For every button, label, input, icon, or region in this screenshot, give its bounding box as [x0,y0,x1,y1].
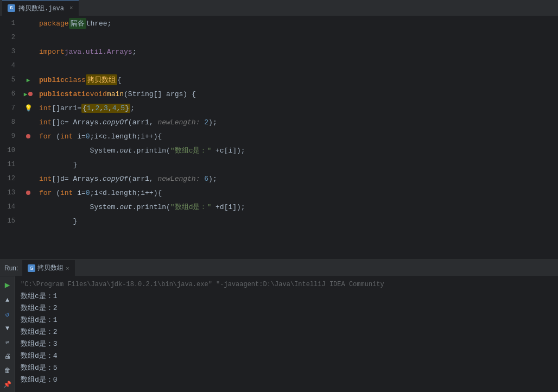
line-icons: ▶ [20,91,37,98]
code-line: int[]arr1={1,2,3,4,5}; [37,101,558,115]
breakpoint-icon[interactable] [26,134,30,138]
run-output-line: 数组d是：3 [21,338,553,350]
run-pin-button[interactable]: 📌 [2,380,13,389]
code-line: import java.util.Arrays; [37,45,558,59]
line-row: 7💡 [0,101,37,115]
line-row: 9 [0,129,37,143]
tab-close-button[interactable]: × [69,5,73,11]
line-row: 8 [0,115,37,129]
run-output-line: 数组d是：1 [21,314,553,326]
code-line: package 隔各three; [37,16,558,30]
tab-icon: G [8,4,15,12]
code-line: } [37,157,558,172]
run-play-button[interactable]: ▶ [2,280,13,290]
run-output-line: 数组c是：1 [21,290,553,302]
line-row: 2 [0,30,37,45]
line-number: 4 [0,62,20,69]
run-tab-close[interactable]: × [66,265,69,271]
code-line: public static void main(String[] args) { [37,87,558,101]
line-number: 13 [0,189,20,197]
code-line: public class 拷贝数组 { [37,73,558,87]
line-row: 1 [0,16,37,30]
line-row: 10 [0,143,37,157]
line-icons [20,191,37,195]
tab-label: 拷贝数组.java [18,4,64,13]
run-label: Run: [4,264,18,272]
line-number: 12 [0,175,20,182]
run-gutter-icon[interactable]: ▶ [24,91,28,98]
run-panel-header: Run: G 拷贝数组 × [0,260,558,276]
line-icons: ▶ [20,77,37,84]
suggestion-bulb-icon[interactable]: 💡 [24,104,33,112]
line-number: 7 [0,104,20,112]
line-row: 6▶ [0,87,37,101]
line-row: 11 [0,157,37,172]
code-line: int[]d= Arrays.copyOf(arr1, newLength: 6… [37,172,558,186]
run-panel: Run: G 拷贝数组 × ▶ ▲ ↺ ▼ ⇌ 🖨 🗑 📌 "C:\Progra… [0,260,558,392]
breakpoint-icon[interactable] [28,92,33,96]
run-rerun-button[interactable]: ↺ [2,310,13,319]
run-tab-icon: G [28,264,35,272]
line-number: 1 [0,20,20,27]
line-row: 3 [0,45,37,59]
code-line: System.out.println("数组d是：" +d[i]); [37,200,558,214]
code-line: } [37,214,558,228]
run-tab[interactable]: G 拷贝数组 × [22,260,74,276]
line-number: 14 [0,203,20,211]
line-row: 13 [0,186,37,200]
line-number: 5 [0,76,20,84]
line-number: 15 [0,217,20,225]
line-icons: 💡 [20,104,37,112]
line-number: 9 [0,132,20,140]
line-icons [20,134,37,138]
run-tab-label: 拷贝数组 [37,263,64,273]
code-line: for (int i=0;i<c.length;i++){ [37,129,558,143]
run-up-button[interactable]: ▲ [2,296,13,305]
line-row: 15 [0,214,37,228]
code-line: for (int i=0;i<d.length;i++){ [37,186,558,200]
run-output-line: 数组d是：0 [21,374,553,386]
run-command-line: "C:\Program Files\Java\jdk-18.0.2.1\bin\… [21,279,553,290]
tab-bar: G 拷贝数组.java × [0,0,558,16]
run-down-button[interactable]: ▼ [2,324,13,333]
line-number: 8 [0,118,20,126]
line-gutter: 12345▶6▶7💡89101112131415 [0,16,37,260]
run-output-line: 数组d是：2 [21,326,553,338]
run-output: "C:\Program Files\Java\jdk-18.0.2.1\bin\… [15,276,558,392]
line-row: 4 [0,59,37,73]
editor-area: 12345▶6▶7💡89101112131415 package 隔各three… [0,16,558,260]
line-number: 3 [0,48,20,55]
run-output-line: 数组d是：5 [21,362,553,374]
line-number: 10 [0,147,20,154]
line-number: 2 [0,34,20,41]
editor-tab[interactable]: G 拷贝数组.java × [2,1,79,16]
line-row: 12 [0,172,37,186]
code-content[interactable]: package 隔各three;import java.util.Arrays;… [37,16,558,260]
code-line: int[]c= Arrays.copyOf(arr1, newLength: 2… [37,115,558,129]
line-number: 6 [0,90,20,98]
code-line [37,30,558,45]
breakpoint-icon[interactable] [26,191,30,195]
run-gutter-icon[interactable]: ▶ [27,77,30,84]
line-number: 11 [0,161,20,168]
run-sidebar: ▶ ▲ ↺ ▼ ⇌ 🖨 🗑 📌 [0,276,15,392]
run-wrap-button[interactable]: ⇌ [2,338,13,347]
run-print-button[interactable]: 🖨 [2,352,13,361]
line-row: 14 [0,200,37,214]
code-line [37,59,558,73]
line-row: 5▶ [0,73,37,87]
run-body: ▶ ▲ ↺ ▼ ⇌ 🖨 🗑 📌 "C:\Program Files\Java\j… [0,276,558,392]
run-trash-button[interactable]: 🗑 [2,366,13,375]
run-output-line: 数组c是：2 [21,302,553,314]
run-output-line: 数组d是：4 [21,350,553,362]
code-line: System.out.println("数组c是：" +c[i]); [37,143,558,157]
